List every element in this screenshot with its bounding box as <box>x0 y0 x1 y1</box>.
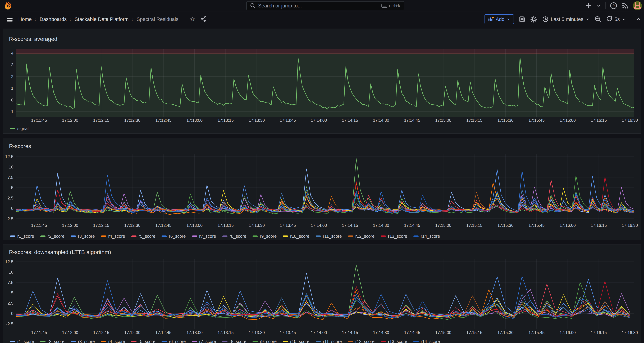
series-line-r6_score <box>16 171 634 213</box>
legend-item-r1_score[interactable]: r1_score <box>10 234 34 239</box>
x-axis-tick-label: 17:14:15 <box>342 118 358 123</box>
legend-item-r12_score[interactable]: r12_score <box>348 339 374 343</box>
new-plus-button[interactable] <box>585 2 592 9</box>
legend-swatch <box>162 341 167 342</box>
legend-item-r2_score[interactable]: r2_score <box>40 234 64 239</box>
y-axis-tick-label: 10 <box>9 270 14 274</box>
legend-swatch <box>283 235 288 237</box>
legend-item-r6_score[interactable]: r6_score <box>162 234 186 239</box>
legend-item-signal[interactable]: signal <box>10 126 28 131</box>
legend-swatch <box>222 235 228 237</box>
legend-item-r14_score[interactable]: r14_score <box>414 234 440 239</box>
legend-label: r10_score <box>290 234 309 239</box>
breadcrumb-separator: › <box>70 17 72 22</box>
y-axis-tick-label: 1 <box>11 86 14 91</box>
x-axis-tick-label: 17:15:00 <box>435 223 451 228</box>
menu-hamburger-icon[interactable] <box>6 17 14 24</box>
legend-swatch <box>222 341 228 342</box>
x-axis-tick-label: 17:13:45 <box>280 223 296 228</box>
x-axis-tick-label: 17:13:00 <box>186 330 202 335</box>
zoom-out-icon[interactable] <box>594 16 602 23</box>
dashboard-grid: R-scores: averaged 17:11:4517:12:0017:12… <box>3 29 641 343</box>
legend-label: r12_score <box>355 339 374 343</box>
x-axis-tick-label: 17:13:00 <box>186 223 202 228</box>
legend-item-r9_score[interactable]: r9_score <box>252 234 276 239</box>
x-axis-tick-label: 17:12:30 <box>124 118 140 123</box>
timeseries-chart[interactable]: 17:11:4517:12:0017:12:1517:12:3017:12:45… <box>3 29 641 133</box>
legend-item-r5_score[interactable]: r5_score <box>131 234 155 239</box>
timeseries-chart[interactable]: 17:11:4517:12:0017:12:1517:12:3017:12:45… <box>3 245 641 343</box>
x-axis-tick-label: 17:12:15 <box>93 118 109 123</box>
legend-swatch <box>316 235 321 237</box>
legend-item-r7_score[interactable]: r7_score <box>192 234 216 239</box>
news-rss-icon[interactable] <box>622 2 629 9</box>
legend-item-r5_score[interactable]: r5_score <box>131 339 155 343</box>
legend-swatch <box>101 235 106 237</box>
legend-item-r10_score[interactable]: r10_score <box>283 339 309 343</box>
legend-label: r14_score <box>421 234 440 239</box>
chart-legend: r1_scorer2_scorer3_scorer4_scorer5_score… <box>10 234 440 239</box>
legend-item-r8_score[interactable]: r8_score <box>222 234 246 239</box>
chevron-down-icon[interactable] <box>596 3 601 8</box>
x-axis-tick-label: 17:14:30 <box>373 223 389 228</box>
x-axis-tick-label: 17:11:45 <box>31 330 47 335</box>
legend-item-r10_score[interactable]: r10_score <box>283 234 309 239</box>
y-axis-tick-label: 2 <box>11 74 14 79</box>
series-line-r1_score <box>16 169 634 213</box>
legend-swatch <box>40 235 46 237</box>
legend-swatch <box>192 341 197 342</box>
save-dashboard-icon[interactable] <box>518 16 526 23</box>
x-axis-tick-label: 17:15:15 <box>466 223 482 228</box>
legend-item-r3_score[interactable]: r3_score <box>71 339 95 343</box>
legend-item-r11_score[interactable]: r11_score <box>316 339 342 343</box>
add-button[interactable]: Add <box>484 14 514 24</box>
legend-swatch <box>381 235 386 237</box>
legend-item-r8_score[interactable]: r8_score <box>222 339 246 343</box>
legend-swatch <box>283 341 288 342</box>
legend-item-r14_score[interactable]: r14_score <box>414 339 440 343</box>
share-icon[interactable] <box>200 16 207 23</box>
grafana-logo[interactable] <box>4 2 12 10</box>
legend-item-r6_score[interactable]: r6_score <box>162 339 186 343</box>
legend-label: r11_score <box>323 234 342 239</box>
search-icon <box>250 3 256 9</box>
legend-item-r13_score[interactable]: r13_score <box>381 234 407 239</box>
breadcrumb-item-folder[interactable]: Stackable Data Platform <box>74 17 129 22</box>
timeseries-chart[interactable]: 17:11:4517:12:0017:12:1517:12:3017:12:45… <box>3 139 641 240</box>
legend-item-r11_score[interactable]: r11_score <box>316 234 342 239</box>
user-avatar[interactable] <box>633 1 642 10</box>
legend-item-r13_score[interactable]: r13_score <box>381 339 407 343</box>
breadcrumb-item-home[interactable]: Home <box>18 17 32 22</box>
legend-item-r9_score[interactable]: r9_score <box>252 339 276 343</box>
legend-swatch <box>316 341 321 342</box>
search-input[interactable]: Search or jump to... ctrl+k <box>246 1 404 10</box>
x-axis-tick-label: 17:16:15 <box>591 223 607 228</box>
legend-label: r9_score <box>260 234 276 239</box>
add-panel-chart-icon <box>488 16 494 22</box>
time-range-picker[interactable]: Last 5 minutes <box>542 16 590 23</box>
legend-item-r1_score[interactable]: r1_score <box>10 339 34 343</box>
breadcrumb-item-dashboards[interactable]: Dashboards <box>40 17 66 22</box>
legend-item-r4_score[interactable]: r4_score <box>101 339 125 343</box>
threshold-region-above <box>16 49 634 53</box>
help-icon[interactable]: ? <box>610 2 617 10</box>
legend-swatch <box>192 235 197 237</box>
favorite-star-icon[interactable]: ☆ <box>190 16 195 23</box>
legend-label: r8_score <box>230 234 246 239</box>
x-axis-tick-label: 17:15:15 <box>466 118 482 123</box>
legend-label: r13_score <box>388 339 407 343</box>
legend-item-r12_score[interactable]: r12_score <box>348 234 374 239</box>
x-axis-tick-label: 17:12:15 <box>93 223 109 228</box>
x-axis-tick-label: 17:15:45 <box>528 118 544 123</box>
legend-label: r3_score <box>78 339 95 343</box>
dashboard-settings-gear-icon[interactable] <box>530 16 538 23</box>
legend-item-r2_score[interactable]: r2_score <box>40 339 64 343</box>
legend-item-r4_score[interactable]: r4_score <box>101 234 125 239</box>
collapse-caret-up-icon[interactable] <box>636 16 642 22</box>
x-axis-tick-label: 17:14:45 <box>404 330 420 335</box>
legend-item-r3_score[interactable]: r3_score <box>71 234 95 239</box>
refresh-picker[interactable]: 5s <box>606 16 626 23</box>
legend-item-r7_score[interactable]: r7_score <box>192 339 216 343</box>
x-axis-tick-label: 17:14:00 <box>311 118 327 123</box>
x-axis-tick-label: 17:14:30 <box>373 118 389 123</box>
